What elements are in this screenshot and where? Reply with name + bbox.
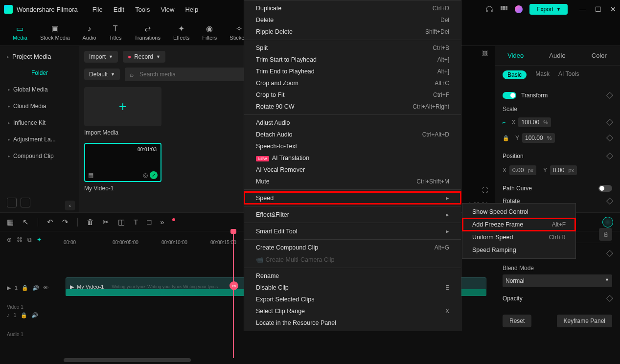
menu-file[interactable]: File xyxy=(92,6,103,13)
menu-ai-vocal-remover[interactable]: AI Vocal Remover xyxy=(244,164,461,176)
menu-effect-filter[interactable]: Effect&Filter▸ xyxy=(244,208,461,221)
copy-icon[interactable]: ⎘ xyxy=(599,228,612,241)
menu-split[interactable]: SplitCtrl+B xyxy=(244,42,461,54)
keyframe-diamond[interactable] xyxy=(606,250,613,257)
tl-add-icon[interactable]: ⊕ xyxy=(7,236,12,243)
tab-filters[interactable]: ◉Filters xyxy=(199,22,220,43)
headphones-icon[interactable] xyxy=(485,5,493,13)
new-bin-icon[interactable] xyxy=(21,198,30,207)
undo-icon[interactable]: ↶ xyxy=(47,218,53,227)
tl-magnet-icon[interactable]: ⧉ xyxy=(27,236,32,243)
eye-icon[interactable]: 👁 xyxy=(43,285,48,291)
menu-delete[interactable]: DeleteDel xyxy=(244,14,461,26)
record-dropdown[interactable]: ●Record▼ xyxy=(123,51,165,63)
lock-icon[interactable]: 🔒 xyxy=(503,135,509,141)
playhead[interactable] xyxy=(233,231,234,358)
mute-icon[interactable]: 🔊 xyxy=(32,285,39,291)
path-curve-toggle[interactable] xyxy=(598,185,612,192)
keyframe-diamond[interactable] xyxy=(606,153,613,159)
menu-locate-in-the-resource-panel[interactable]: Locate in the Resource Panel xyxy=(244,317,461,329)
tl-auto-icon[interactable]: ✦ xyxy=(37,236,42,243)
menu-rename[interactable]: Rename xyxy=(244,270,461,282)
pointer-icon[interactable]: ↖ xyxy=(23,218,29,227)
menu-select-clip-range[interactable]: Select Clip RangeX xyxy=(244,305,461,317)
keyframe-diamond[interactable] xyxy=(606,198,613,205)
tl-link-icon[interactable]: ⌘ xyxy=(17,236,23,243)
audio-track-icon[interactable]: ♪ xyxy=(7,312,10,318)
link-icon[interactable]: ⌐ xyxy=(503,119,505,125)
menu-ripple-delete[interactable]: Ripple DeleteShift+Del xyxy=(244,26,461,38)
sidebar-influence-kit[interactable]: ▸Influence Kit xyxy=(3,115,76,131)
menu-ai-translation[interactable]: NEWAI Translation xyxy=(244,152,461,164)
pos-y-input[interactable]: 0.00 xyxy=(553,167,564,174)
grid-icon[interactable]: ▦ xyxy=(7,218,14,227)
submenu-uniform-speed[interactable]: Uniform SpeedCtrl+R xyxy=(462,231,575,244)
menu-crop-to-fit[interactable]: Crop to FitCtrl+F xyxy=(244,89,461,101)
import-tile[interactable]: + xyxy=(84,87,161,126)
maximize-button[interactable]: ☐ xyxy=(595,5,601,13)
menu-tools[interactable]: Tools xyxy=(135,6,150,13)
menu-speed[interactable]: Speed▸ xyxy=(244,192,461,204)
menu-mute[interactable]: MuteCtrl+Shift+M xyxy=(244,176,461,187)
props-tab-color[interactable]: Color xyxy=(578,46,620,65)
sidebar-global-media[interactable]: ▸Global Media xyxy=(3,82,76,97)
sidebar-header[interactable]: ▸Project Media xyxy=(3,49,76,64)
menu-disable-clip[interactable]: Disable ClipE xyxy=(244,282,461,294)
search-input[interactable] xyxy=(125,68,250,81)
pos-x-input[interactable]: 0.00 xyxy=(512,167,524,174)
target-icon[interactable]: ◎ xyxy=(143,172,148,179)
menu-view[interactable]: View xyxy=(161,6,174,13)
square-icon[interactable]: □ xyxy=(147,218,151,226)
menu-trim-start-to-playhead[interactable]: Trim Start to PlayheadAlt+[ xyxy=(244,54,461,66)
submenu-add-freeze-frame[interactable]: Add Freeze FrameAlt+F xyxy=(462,218,575,231)
sidebar-folder[interactable]: Folder xyxy=(3,65,76,81)
subtab-aitools[interactable]: AI Tools xyxy=(558,70,579,79)
playhead-handle[interactable]: ✂ xyxy=(230,281,238,290)
submenu-speed-ramping[interactable]: Speed Ramping xyxy=(462,244,575,256)
avatar-icon[interactable] xyxy=(515,5,523,13)
text-icon[interactable]: T xyxy=(134,218,138,226)
menu-speech-to-text[interactable]: Speech-to-Text xyxy=(244,140,461,152)
lock-icon[interactable]: 🔒 xyxy=(21,312,27,318)
menu-help[interactable]: Help xyxy=(185,6,198,13)
image-icon[interactable]: 🖼 xyxy=(482,50,488,57)
subtab-mask[interactable]: Mask xyxy=(535,70,550,79)
tab-titles[interactable]: TTitles xyxy=(106,22,125,43)
props-tab-audio[interactable]: Audio xyxy=(536,46,578,65)
subtab-basic[interactable]: Basic xyxy=(503,70,527,79)
lock-icon[interactable]: 🔒 xyxy=(22,285,28,291)
props-tab-video[interactable]: Video xyxy=(495,46,536,65)
apps-icon[interactable] xyxy=(500,5,508,13)
sidebar-adjustment[interactable]: ▸Adjustment La... xyxy=(3,132,76,147)
redo-icon[interactable]: ↷ xyxy=(62,218,69,227)
new-folder-icon[interactable] xyxy=(7,198,17,207)
scale-y-input[interactable]: 100.00 xyxy=(525,135,543,141)
video-thumbnail[interactable]: 00:01:03 ▦ ◎ ✓ xyxy=(84,143,161,182)
cut-icon[interactable]: ✂ xyxy=(103,218,109,227)
menu-duplicate[interactable]: DuplicateCtrl+D xyxy=(244,2,461,14)
sidebar-cloud-media[interactable]: ▸Cloud Media xyxy=(3,98,76,114)
menu-detach-audio[interactable]: Detach AudioCtrl+Alt+D xyxy=(244,129,461,140)
fullscreen-icon[interactable]: ⛶ xyxy=(482,187,488,194)
menu-smart-edit-tool[interactable]: Smart Edit Tool▸ xyxy=(244,225,461,237)
menu-crop-and-zoom[interactable]: Crop and ZoomAlt+C xyxy=(244,77,461,89)
tab-stock-media[interactable]: ▣Stock Media xyxy=(37,22,73,43)
close-button[interactable]: ✕ xyxy=(610,5,616,13)
video-track-icon[interactable]: ▶ xyxy=(7,285,11,291)
menu-export-selected-clips[interactable]: Export Selected Clips xyxy=(244,294,461,305)
more-icon[interactable]: » xyxy=(160,218,164,226)
transform-toggle[interactable] xyxy=(503,92,516,99)
default-dropdown[interactable]: Default▼ xyxy=(84,68,120,80)
sidebar-collapse[interactable]: ‹ xyxy=(65,201,75,210)
menu-create-compound-clip[interactable]: Create Compound ClipAlt+G xyxy=(244,242,461,253)
scale-x-input[interactable]: 100.00 xyxy=(521,119,539,126)
delete-icon[interactable]: 🗑 xyxy=(87,218,94,226)
submenu-show-speed-control[interactable]: Show Speed Control xyxy=(462,205,575,218)
crop-icon[interactable]: ◫ xyxy=(118,218,125,227)
ai-badge[interactable] xyxy=(602,217,613,228)
keyframe-diamond[interactable] xyxy=(606,135,613,141)
scrollbar[interactable] xyxy=(64,358,191,362)
tab-effects[interactable]: ✦Effects xyxy=(170,22,192,43)
tab-audio[interactable]: ♪Audio xyxy=(80,22,99,43)
tab-media[interactable]: ▭Media xyxy=(10,22,30,43)
